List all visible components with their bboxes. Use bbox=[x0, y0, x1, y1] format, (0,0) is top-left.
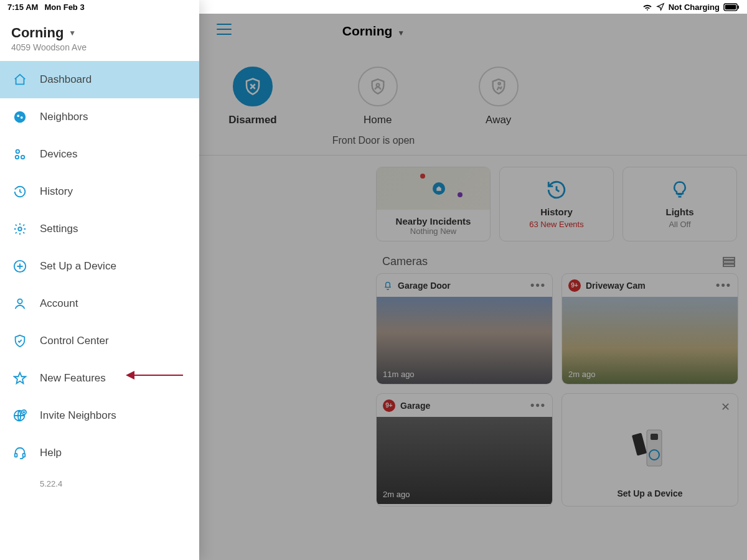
person-icon bbox=[12, 296, 27, 311]
home-marker-icon bbox=[433, 182, 445, 195]
map-marker-icon bbox=[458, 192, 463, 197]
main-title: Corning bbox=[342, 24, 392, 39]
battery-icon bbox=[723, 3, 740, 11]
card-subtitle: 63 New Events bbox=[529, 220, 583, 229]
sidebar-item-label: History bbox=[40, 185, 73, 198]
svg-rect-7 bbox=[651, 434, 658, 440]
camera-preview[interactable]: 2m ago bbox=[377, 417, 552, 504]
camera-name: Garage bbox=[400, 401, 430, 411]
mode-home[interactable]: Home bbox=[358, 67, 398, 126]
svg-rect-4 bbox=[723, 264, 735, 266]
camera-tile[interactable]: 9+ Garage ••• 2m ago bbox=[376, 393, 553, 506]
mode-away[interactable]: Away bbox=[479, 67, 519, 126]
sidebar-item-setup-device[interactable]: Set Up a Device bbox=[0, 248, 199, 285]
annotation-arrow bbox=[126, 371, 183, 380]
svg-point-1 bbox=[498, 83, 500, 85]
sidebar-item-label: New Features bbox=[40, 372, 106, 385]
status-time: 7:15 AM bbox=[7, 2, 38, 12]
shield-run-icon bbox=[479, 67, 519, 106]
mode-label: Disarmed bbox=[228, 114, 276, 126]
svg-point-0 bbox=[376, 83, 379, 86]
svg-point-15 bbox=[18, 227, 22, 231]
notification-badge: 9+ bbox=[568, 279, 581, 292]
more-icon[interactable]: ••• bbox=[716, 279, 731, 292]
shield-person-icon bbox=[358, 67, 398, 106]
sidebar-item-help[interactable]: Help bbox=[0, 434, 199, 472]
sidebar-item-invite-neighbors[interactable]: Invite Neighbors bbox=[0, 397, 199, 434]
sidebar-item-label: Set Up a Device bbox=[40, 260, 116, 273]
mode-label: Home bbox=[364, 114, 392, 126]
status-bar: 7:15 AM Mon Feb 3 bbox=[0, 0, 199, 14]
svg-point-9 bbox=[14, 111, 26, 123]
sidebar-item-label: Neighbors bbox=[40, 111, 88, 123]
map-marker-icon bbox=[420, 174, 425, 179]
sidebar-item-account[interactable]: Account bbox=[0, 285, 199, 322]
svg-rect-20 bbox=[15, 454, 17, 457]
svg-rect-3 bbox=[723, 261, 735, 263]
sidebar-nav: Dashboard Neighbors Devices History Sett… bbox=[0, 61, 199, 488]
home-icon bbox=[12, 72, 27, 87]
sidebar-item-devices[interactable]: Devices bbox=[0, 136, 199, 173]
bell-icon bbox=[383, 281, 393, 291]
menu-button[interactable] bbox=[217, 24, 232, 35]
camera-preview[interactable]: 11m ago bbox=[377, 297, 552, 384]
globe-icon bbox=[12, 110, 27, 124]
svg-rect-2 bbox=[723, 257, 735, 259]
card-title: Nearby Incidents bbox=[377, 216, 490, 226]
history-icon bbox=[546, 179, 567, 200]
sidebar-item-label: Invite Neighbors bbox=[40, 409, 116, 422]
more-icon[interactable]: ••• bbox=[530, 279, 546, 292]
card-subtitle: Nothing New bbox=[377, 226, 490, 236]
location-dropdown[interactable]: Corning ▼ bbox=[342, 24, 405, 39]
sidebar-item-neighbors[interactable]: Neighbors bbox=[0, 98, 199, 136]
sidebar-item-label: Dashboard bbox=[40, 73, 92, 86]
sidebar-item-history[interactable]: History bbox=[0, 173, 199, 210]
plus-circle-icon bbox=[12, 259, 27, 274]
bulb-icon bbox=[670, 179, 689, 200]
svg-point-12 bbox=[16, 150, 19, 154]
globe-plus-icon bbox=[12, 408, 27, 423]
star-icon bbox=[12, 371, 27, 386]
card-lights[interactable]: Lights All Off bbox=[622, 167, 737, 241]
list-layout-icon[interactable] bbox=[722, 256, 736, 268]
location-name: Corning bbox=[11, 25, 63, 41]
svg-rect-23 bbox=[725, 4, 736, 9]
cameras-heading: Cameras bbox=[382, 255, 428, 268]
card-nearby-incidents[interactable]: Nearby Incidents Nothing New bbox=[376, 167, 491, 241]
promo-label: Set Up a Device bbox=[562, 488, 738, 498]
more-icon[interactable]: ••• bbox=[530, 399, 546, 412]
camera-timestamp: 2m ago bbox=[568, 370, 595, 379]
sidebar-item-dashboard[interactable]: Dashboard bbox=[0, 61, 199, 98]
headset-icon bbox=[12, 446, 27, 460]
mode-label: Away bbox=[486, 114, 511, 126]
wifi-icon bbox=[642, 3, 652, 11]
chevron-down-icon: ▼ bbox=[397, 29, 405, 37]
chevron-down-icon: ▼ bbox=[68, 29, 76, 37]
svg-rect-8 bbox=[632, 433, 647, 456]
location-arrow-icon bbox=[656, 2, 665, 11]
svg-point-10 bbox=[17, 114, 19, 117]
svg-point-14 bbox=[21, 156, 25, 159]
mode-disarmed[interactable]: Disarmed bbox=[228, 67, 276, 126]
card-title: History bbox=[540, 207, 573, 217]
location-selector[interactable]: Corning ▼ 4059 Woodson Ave bbox=[0, 14, 199, 61]
camera-tile[interactable]: 9+ Driveway Cam ••• 2m ago bbox=[561, 273, 738, 385]
shield-check-icon bbox=[12, 334, 27, 348]
shield-x-icon bbox=[233, 67, 273, 106]
setup-device-tile[interactable]: ✕ Set Up a Device bbox=[561, 393, 738, 506]
gear-icon bbox=[12, 222, 27, 236]
camera-tile[interactable]: Garage Door ••• 11m ago bbox=[376, 273, 553, 385]
camera-timestamp: 11m ago bbox=[383, 370, 415, 379]
sidebar-item-label: Control Center bbox=[40, 335, 109, 347]
history-icon bbox=[12, 184, 27, 199]
sidebar-item-label: Account bbox=[40, 297, 78, 310]
svg-rect-21 bbox=[23, 454, 26, 457]
status-charging: Not Charging bbox=[669, 2, 720, 12]
card-title: Lights bbox=[666, 207, 694, 217]
camera-preview[interactable]: 2m ago bbox=[562, 297, 738, 384]
close-icon[interactable]: ✕ bbox=[721, 400, 730, 414]
card-history[interactable]: History 63 New Events bbox=[499, 167, 614, 241]
svg-point-17 bbox=[17, 299, 22, 304]
sidebar-item-settings[interactable]: Settings bbox=[0, 210, 199, 248]
sidebar-item-control-center[interactable]: Control Center bbox=[0, 322, 199, 360]
